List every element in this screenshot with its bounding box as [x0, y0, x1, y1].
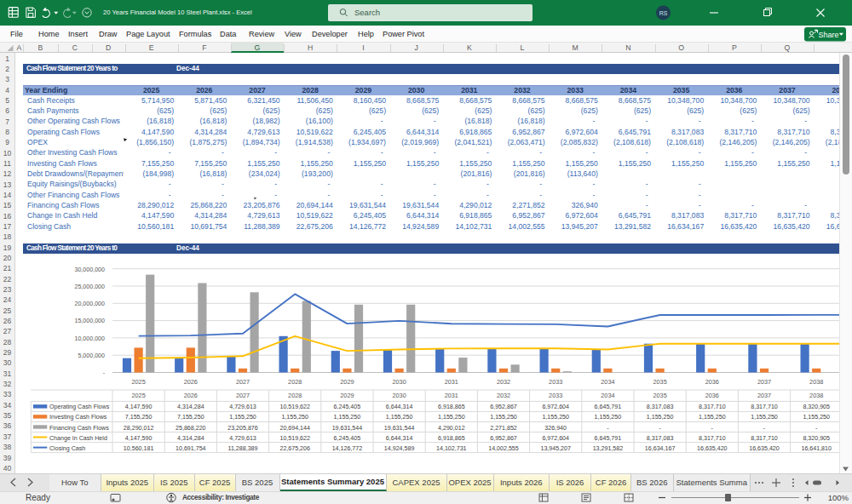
svg-text:2032: 2032 [497, 378, 510, 386]
svg-text:Closing Cash: Closing Cash [49, 445, 85, 452]
svg-text:2033: 2033 [549, 392, 562, 399]
svg-text:6,245,405: 6,245,405 [334, 404, 361, 410]
svg-text:20,694,144: 20,694,144 [279, 425, 310, 432]
svg-text:1,155,250: 1,155,250 [647, 414, 674, 421]
svg-text:1,155,250: 1,155,250 [334, 414, 361, 421]
svg-text:4,729,613: 4,729,613 [229, 404, 256, 410]
svg-text:1,155,250: 1,155,250 [490, 414, 517, 421]
svg-text:8,320,905: 8,320,905 [803, 404, 830, 410]
svg-text:13,945,207: 13,945,207 [540, 445, 571, 452]
svg-text:100%: 100% [828, 493, 849, 502]
svg-text:4,729,613: 4,729,613 [229, 435, 256, 442]
svg-text:19,631,544: 19,631,544 [332, 425, 363, 432]
svg-text:10,560,181: 10,560,181 [124, 445, 154, 452]
svg-text:30,000,000: 30,000,000 [74, 266, 105, 273]
svg-text:6,972,604: 6,972,604 [542, 404, 569, 410]
svg-text:1,155,250: 1,155,250 [281, 414, 308, 421]
svg-text:2028: 2028 [288, 378, 302, 386]
svg-text:4,147,590: 4,147,590 [125, 404, 153, 410]
svg-text:14,102,731: 14,102,731 [436, 445, 467, 452]
svg-text:6,645,791: 6,645,791 [595, 404, 622, 410]
svg-text:2,271,852: 2,271,852 [490, 425, 517, 432]
svg-text:16,634,167: 16,634,167 [645, 445, 676, 452]
svg-text:10,519,622: 10,519,622 [279, 435, 310, 442]
svg-text:4,314,284: 4,314,284 [177, 435, 204, 442]
svg-text:Change In Cash Held: Change In Cash Held [49, 435, 107, 442]
svg-text:1,155,250: 1,155,250 [751, 414, 778, 421]
svg-text:10,519,622: 10,519,622 [279, 404, 310, 410]
svg-text:1,155,250: 1,155,250 [595, 414, 622, 421]
svg-text:2027: 2027 [236, 392, 250, 399]
svg-text:2038: 2038 [809, 392, 823, 399]
svg-text:-: - [711, 425, 714, 432]
svg-text:2025: 2025 [131, 378, 145, 386]
svg-text:11,288,389: 11,288,389 [228, 445, 258, 452]
svg-text:2029: 2029 [340, 392, 354, 399]
svg-text:15,000,000: 15,000,000 [74, 318, 105, 324]
svg-text:6,645,791: 6,645,791 [595, 435, 622, 442]
svg-text:2036: 2036 [705, 378, 719, 386]
svg-text:2037: 2037 [757, 392, 771, 399]
svg-text:6,918,865: 6,918,865 [438, 404, 465, 410]
svg-text:2037: 2037 [757, 378, 771, 386]
svg-text:8,320,905: 8,320,905 [803, 435, 830, 442]
svg-text:2026: 2026 [184, 392, 198, 399]
svg-text:2035: 2035 [653, 378, 666, 386]
svg-text:4,314,284: 4,314,284 [177, 404, 204, 410]
svg-text:-: - [607, 425, 609, 432]
svg-text:14,126,772: 14,126,772 [332, 445, 363, 452]
svg-text:2030: 2030 [392, 392, 406, 399]
svg-text:8,317,710: 8,317,710 [751, 404, 778, 410]
svg-text:4,147,590: 4,147,590 [125, 435, 153, 442]
svg-text:16,641,810: 16,641,810 [801, 445, 832, 452]
svg-text:2036: 2036 [705, 392, 719, 399]
svg-text:-: - [103, 369, 106, 376]
svg-text:6,644,314: 6,644,314 [386, 404, 413, 410]
svg-text:16,635,420: 16,635,420 [697, 445, 728, 452]
svg-text:19,631,544: 19,631,544 [384, 425, 415, 432]
svg-text:5,000,000: 5,000,000 [78, 352, 105, 359]
svg-text:8,317,083: 8,317,083 [647, 404, 674, 410]
svg-text:-: - [815, 425, 818, 432]
svg-text:2033: 2033 [549, 378, 562, 386]
svg-text:10,000,000: 10,000,000 [74, 335, 105, 342]
svg-text:1,155,250: 1,155,250 [803, 414, 830, 421]
svg-text:8,317,710: 8,317,710 [751, 435, 778, 442]
svg-text:6,952,867: 6,952,867 [490, 404, 517, 410]
svg-text:2034: 2034 [601, 378, 614, 386]
svg-text:2031: 2031 [445, 392, 458, 399]
svg-text:326,940: 326,940 [544, 425, 567, 432]
svg-text:1,155,250: 1,155,250 [438, 414, 465, 421]
svg-text:1,155,250: 1,155,250 [386, 414, 413, 421]
svg-text:16,635,420: 16,635,420 [749, 445, 780, 452]
svg-text:10,691,754: 10,691,754 [176, 445, 206, 452]
svg-text:2027: 2027 [236, 378, 250, 386]
svg-text:2030: 2030 [392, 378, 406, 386]
svg-text:Operating Cash Flows: Operating Cash Flows [49, 404, 110, 410]
svg-text:6,972,604: 6,972,604 [542, 435, 569, 442]
svg-text:28,290,012: 28,290,012 [124, 425, 154, 432]
svg-text:1,155,250: 1,155,250 [699, 414, 726, 421]
svg-text:14,002,555: 14,002,555 [488, 445, 519, 452]
svg-text:14,924,589: 14,924,589 [384, 445, 415, 452]
svg-text:8,317,083: 8,317,083 [647, 435, 674, 442]
svg-text:-: - [659, 425, 661, 432]
svg-text:1,155,250: 1,155,250 [542, 414, 569, 421]
svg-text:2038: 2038 [809, 378, 823, 386]
svg-text:2025: 2025 [131, 392, 145, 399]
svg-text:2028: 2028 [288, 392, 302, 399]
svg-text:13,291,582: 13,291,582 [593, 445, 624, 452]
svg-text:20,000,000: 20,000,000 [74, 301, 105, 307]
svg-text:6,245,405: 6,245,405 [334, 435, 361, 442]
svg-text:25,868,220: 25,868,220 [176, 425, 206, 432]
svg-text:6,918,865: 6,918,865 [438, 435, 465, 442]
svg-text:2032: 2032 [497, 392, 510, 399]
svg-text:Investing Cash Flows: Investing Cash Flows [49, 414, 107, 421]
svg-text:2035: 2035 [653, 392, 666, 399]
svg-text:23,205,876: 23,205,876 [227, 425, 258, 432]
svg-text:-: - [763, 425, 766, 432]
svg-text:Financing Cash Flows: Financing Cash Flows [49, 425, 109, 432]
svg-text:6,644,314: 6,644,314 [386, 435, 413, 442]
svg-text:2029: 2029 [340, 378, 354, 386]
svg-text:2026: 2026 [184, 378, 198, 386]
